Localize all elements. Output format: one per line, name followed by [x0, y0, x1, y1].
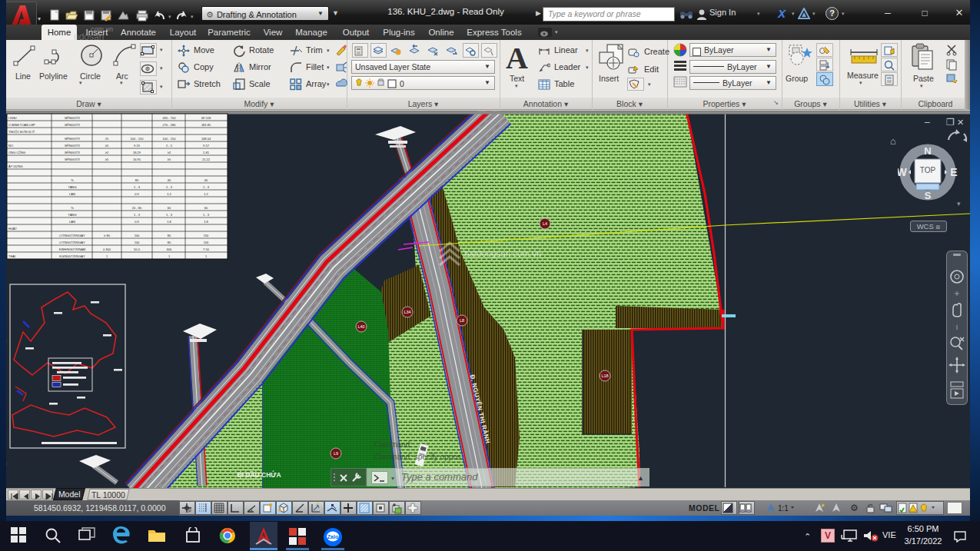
svg-text:ÂY DỰNG: ÂY DỰNG: [8, 164, 23, 168]
svg-text:1.8: 1.8: [204, 220, 208, 224]
svg-text:W: W: [898, 166, 907, 178]
svg-text:40: 40: [204, 178, 208, 182]
svg-text:150: 150: [204, 234, 209, 237]
svg-text:100: 100: [135, 234, 140, 237]
svg-text:1.8: 1.8: [167, 220, 171, 224]
svg-text:KWH/NGƯỜI/NĂM: KWH/NGƯỜI/NĂM: [59, 247, 85, 251]
svg-text:LÍT/NGƯỜI/NGÀY: LÍT/NGƯỜI/NGÀY: [59, 241, 85, 244]
svg-text:60: 60: [168, 206, 171, 210]
svg-text:M²/NGƯỜI: M²/NGƯỜI: [65, 151, 80, 154]
svg-text:L8: L8: [460, 318, 464, 323]
svg-text:490 - 700: 490 - 700: [163, 116, 177, 120]
svg-text:M²/NGƯỜI: M²/NGƯỜI: [65, 144, 80, 148]
svg-text:NO: NO: [8, 144, 13, 148]
svg-text:KG/NGƯỜI/NGÀY: KG/NGƯỜI/NGÀY: [59, 254, 85, 258]
svg-text:N: N: [924, 145, 931, 157]
svg-text:%: %: [71, 206, 74, 210]
svg-text:S: S: [925, 190, 932, 201]
svg-text:50.0: 50.0: [134, 247, 141, 251]
svg-text:9.19: 9.19: [134, 144, 141, 148]
svg-text:1 - 3: 1 - 3: [134, 213, 141, 217]
svg-text:1.2: 1.2: [204, 192, 208, 196]
svg-text:TẦNG: TẦNG: [68, 185, 76, 189]
svg-text:THẢI: THẢI: [8, 254, 15, 258]
svg-text:M²/NGƯỜI: M²/NGƯỜI: [65, 123, 80, 127]
svg-text:18.29: 18.29: [133, 151, 141, 154]
svg-text:L18: L18: [601, 373, 608, 378]
svg-text:TOP: TOP: [920, 166, 936, 174]
svg-text:ỒNG CỘNG: ỒNG CỘNG: [8, 151, 25, 154]
svg-text:1 - 3: 1 - 3: [203, 213, 210, 217]
svg-text:1.2: 1.2: [167, 192, 171, 196]
svg-text:7.50: 7.50: [203, 247, 210, 251]
svg-text:1 - 3: 1 - 3: [166, 213, 173, 217]
svg-text:≥ 80: ≥ 80: [104, 234, 111, 237]
svg-text:M²/NGƯỜI: M²/NGƯỜI: [65, 158, 80, 161]
svg-text:Command: specify oppos: Command: specify oppos: [374, 453, 461, 461]
svg-text:148.04: 148.04: [201, 137, 211, 141]
svg-text:181.85: 181.85: [201, 123, 211, 127]
svg-text:21.22: 21.22: [202, 158, 211, 161]
svg-text:25: 25: [105, 137, 109, 141]
svg-text:80: 80: [135, 178, 139, 182]
svg-text:40: 40: [168, 178, 171, 182]
svg-text:≥2: ≥2: [105, 151, 109, 154]
svg-text:≥5: ≥5: [105, 158, 109, 161]
svg-text:L40: L40: [357, 324, 364, 329]
svg-text:Zalo: Zalo: [327, 534, 338, 539]
svg-text:150: 150: [204, 241, 209, 244]
svg-text:P: P: [188, 509, 191, 513]
svg-text:%: %: [71, 178, 74, 182]
svg-text:L9: L9: [334, 451, 338, 456]
svg-text:≥ 300: ≥ 300: [103, 247, 111, 251]
svg-text:100 - 150: 100 - 150: [163, 137, 177, 141]
svg-text:1:1: 1:1: [778, 504, 789, 513]
svg-text:9.57: 9.57: [203, 144, 210, 148]
svg-text:1.81: 1.81: [203, 151, 210, 154]
svg-text:≥2: ≥2: [168, 151, 171, 154]
svg-text:16.95: 16.95: [133, 158, 141, 161]
svg-text:0.9: 0.9: [135, 192, 139, 196]
svg-text:LÍT/NGƯỜI/NGÀY: LÍT/NGƯỜI/NGÀY: [59, 234, 85, 237]
svg-text:U: U: [6, 460, 7, 468]
svg-text:I KHU: I KHU: [8, 116, 17, 120]
svg-text:≥5: ≥5: [168, 158, 171, 161]
svg-text:LẦN: LẦN: [69, 220, 75, 224]
svg-text:100 - 150: 100 - 150: [131, 137, 145, 141]
svg-text:THUỘC ĐƠN VỊ Ở: THUỘC ĐƠN VỊ Ở: [8, 130, 35, 134]
svg-text:1 - 3: 1 - 3: [134, 185, 141, 189]
svg-text:E: E: [950, 166, 957, 178]
svg-text:69 518: 69 518: [201, 116, 211, 120]
svg-text:100: 100: [135, 241, 140, 244]
svg-text:O BÌNH TOÀN LHP: O BÌNH TOÀN LHP: [8, 123, 35, 127]
svg-text:2 - 5: 2 - 5: [166, 144, 173, 148]
svg-text:ĐI DẦU CHỨA: ĐI DẦU CHỨA: [237, 470, 281, 479]
svg-text:80: 80: [168, 241, 171, 244]
svg-text:60: 60: [204, 206, 208, 210]
svg-text:Command:: Command:: [374, 440, 412, 449]
svg-text:80: 80: [168, 234, 171, 237]
svg-text:TẦNG: TẦNG: [68, 213, 76, 217]
svg-text:L4: L4: [543, 221, 547, 226]
svg-text:1 - 3: 1 - 3: [203, 185, 210, 189]
svg-text:1 - 3: 1 - 3: [166, 185, 173, 189]
svg-text:batdongsan.com.vn: batdongsan.com.vn: [464, 249, 541, 258]
svg-text:270 - 280: 270 - 280: [163, 123, 177, 127]
svg-text:0.9: 0.9: [135, 220, 139, 224]
svg-text:600: 600: [167, 247, 172, 251]
svg-text:M²/NGƯỜI: M²/NGƯỜI: [65, 137, 80, 141]
svg-text:LẦN: LẦN: [69, 192, 75, 196]
svg-text:HUẬT: HUẬT: [8, 227, 17, 231]
svg-text:L34: L34: [404, 310, 410, 314]
svg-text:≥5: ≥5: [105, 144, 109, 148]
svg-text:M²/NGƯỜI: M²/NGƯỜI: [65, 116, 80, 120]
svg-text:20 - 80: 20 - 80: [132, 206, 142, 210]
